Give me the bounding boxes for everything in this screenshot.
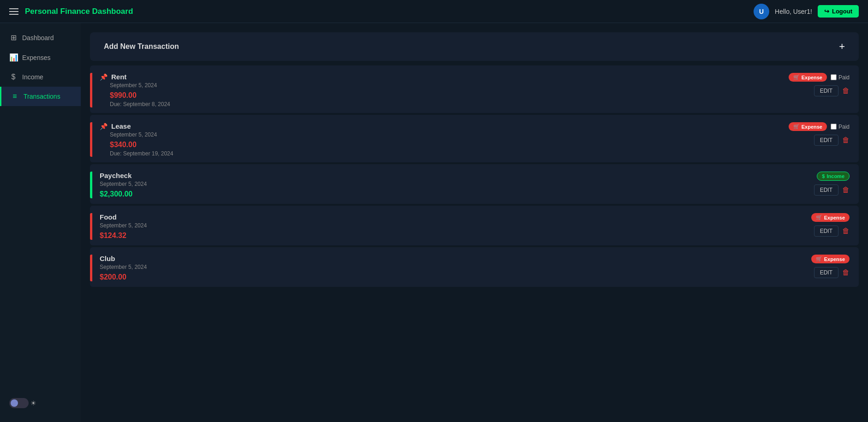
avatar: U xyxy=(754,4,769,19)
transaction-due: Due: September 19, 2024 xyxy=(110,150,789,157)
badge-row: 🛒 Expense xyxy=(811,255,850,263)
delete-button[interactable]: 🗑 xyxy=(842,186,850,194)
logout-label: Logout xyxy=(832,8,852,15)
action-row: EDIT 🗑 xyxy=(814,267,850,278)
pin-icon: 📌 xyxy=(100,73,108,81)
sidebar-item-label: Income xyxy=(22,73,43,81)
cart-icon: 🛒 xyxy=(793,74,800,80)
edit-button[interactable]: EDIT xyxy=(814,135,838,146)
income-icon: $ xyxy=(9,73,18,81)
sidebar-item-expenses[interactable]: 📊 Expenses xyxy=(0,48,81,67)
hamburger-button[interactable] xyxy=(9,8,18,15)
transaction-info: 📌 Rent September 5, 2024 $990.00 Due: Se… xyxy=(100,73,789,107)
paid-label: Paid xyxy=(831,74,850,81)
sidebar-nav: ⊞ Dashboard 📊 Expenses $ Income ≡ Transa… xyxy=(0,28,81,106)
add-transaction-title: Add New Transaction xyxy=(104,42,179,51)
action-row: EDIT 🗑 xyxy=(814,85,850,96)
edit-button[interactable]: EDIT xyxy=(814,184,838,196)
expenses-icon: 📊 xyxy=(9,53,18,62)
table-row: Club September 5, 2024 $200.00 🛒 Expense… xyxy=(90,247,859,287)
sidebar-item-label: Dashboard xyxy=(22,34,54,42)
expense-badge: 🛒 Expense xyxy=(789,122,827,131)
transactions-list: 📌 Rent September 5, 2024 $990.00 Due: Se… xyxy=(81,65,868,296)
header-right: U Hello, User1! ↪ Logout xyxy=(754,4,859,19)
transaction-date: September 5, 2024 xyxy=(100,181,814,187)
expense-border xyxy=(90,122,92,157)
transaction-name: Club xyxy=(100,255,115,262)
toggle-thumb xyxy=(11,399,18,407)
cart-icon: 🛒 xyxy=(816,256,822,262)
sidebar-item-label: Transactions xyxy=(24,93,60,100)
theme-toggle[interactable]: ☀ xyxy=(9,398,72,408)
transactions-icon: ≡ xyxy=(11,92,19,101)
transaction-amount: $2,300.00 xyxy=(100,190,814,198)
expense-badge: 🛒 Expense xyxy=(811,255,850,263)
sidebar-item-income[interactable]: $ Income xyxy=(0,67,81,87)
table-row: 📌 Rent September 5, 2024 $990.00 Due: Se… xyxy=(90,65,859,113)
transaction-right: 🛒 Expense EDIT 🗑 xyxy=(811,255,850,278)
expense-border xyxy=(90,255,92,281)
layout: ⊞ Dashboard 📊 Expenses $ Income ≡ Transa… xyxy=(0,23,868,422)
transaction-info: Food September 5, 2024 $124.32 xyxy=(100,213,811,240)
transaction-right: $ Income EDIT 🗑 xyxy=(814,172,850,196)
delete-button[interactable]: 🗑 xyxy=(842,227,850,235)
table-row: Food September 5, 2024 $124.32 🛒 Expense… xyxy=(90,206,859,245)
name-row: 📌 Rent xyxy=(100,73,789,81)
expense-badge: 🛒 Expense xyxy=(789,73,827,82)
transaction-amount: $990.00 xyxy=(110,91,789,100)
transaction-right: 🛒 Expense Paid EDIT 🗑 xyxy=(789,73,850,96)
delete-button[interactable]: 🗑 xyxy=(842,268,850,277)
transaction-info: 📌 Lease September 5, 2024 $340.00 Due: S… xyxy=(100,122,789,157)
table-row: Paycheck September 5, 2024 $2,300.00 $ I… xyxy=(90,164,859,204)
action-row: EDIT 🗑 xyxy=(814,226,850,237)
delete-button[interactable]: 🗑 xyxy=(842,136,850,144)
transaction-date: September 5, 2024 xyxy=(110,131,789,138)
transaction-amount: $124.32 xyxy=(100,232,811,240)
user-greeting: Hello, User1! xyxy=(775,8,812,15)
transaction-due: Due: September 8, 2024 xyxy=(110,101,789,107)
income-badge: $ Income xyxy=(817,172,850,181)
name-row: 📌 Lease xyxy=(100,122,789,130)
expense-border xyxy=(90,213,92,240)
transaction-date: September 5, 2024 xyxy=(100,222,811,229)
income-border xyxy=(90,172,92,198)
transaction-info: Paycheck September 5, 2024 $2,300.00 xyxy=(100,172,814,198)
sun-icon: ☀ xyxy=(30,399,36,407)
add-transaction-button[interactable]: + xyxy=(839,42,845,52)
paid-checkbox[interactable] xyxy=(831,74,837,80)
transaction-right: 🛒 Expense Paid EDIT 🗑 xyxy=(789,122,850,146)
app-title: Personal Finance Dashboard xyxy=(25,7,133,16)
badge-row: 🛒 Expense Paid xyxy=(789,122,850,131)
transaction-amount: $200.00 xyxy=(100,273,811,281)
transaction-name: Food xyxy=(100,213,117,221)
action-row: EDIT 🗑 xyxy=(814,135,850,146)
transaction-name: Lease xyxy=(111,122,131,130)
action-row: EDIT 🗑 xyxy=(814,184,850,196)
paid-checkbox[interactable] xyxy=(831,124,837,130)
expense-border xyxy=(90,73,92,107)
cart-icon: 🛒 xyxy=(793,124,800,130)
edit-button[interactable]: EDIT xyxy=(814,267,838,278)
logout-button[interactable]: ↪ Logout xyxy=(818,5,859,18)
transaction-name: Paycheck xyxy=(100,172,132,179)
cart-icon: 🛒 xyxy=(816,214,822,220)
pin-icon: 📌 xyxy=(100,123,108,130)
transaction-info: Club September 5, 2024 $200.00 xyxy=(100,255,811,281)
edit-button[interactable]: EDIT xyxy=(814,85,838,96)
edit-button[interactable]: EDIT xyxy=(814,226,838,237)
toggle-track[interactable] xyxy=(9,398,29,408)
transaction-right: 🛒 Expense EDIT 🗑 xyxy=(811,213,850,237)
transaction-name: Rent xyxy=(111,73,126,81)
badge-row: 🛒 Expense Paid xyxy=(789,73,850,82)
name-row: Food xyxy=(100,213,811,221)
logout-icon: ↪ xyxy=(824,8,829,15)
header-left: Personal Finance Dashboard xyxy=(9,7,133,16)
transaction-date: September 5, 2024 xyxy=(110,82,789,89)
sidebar-item-transactions[interactable]: ≡ Transactions xyxy=(0,87,81,106)
dollar-icon: $ xyxy=(822,173,825,179)
sidebar-item-dashboard[interactable]: ⊞ Dashboard xyxy=(0,28,81,48)
table-row: 📌 Lease September 5, 2024 $340.00 Due: S… xyxy=(90,115,859,162)
paid-label: Paid xyxy=(831,124,850,130)
delete-button[interactable]: 🗑 xyxy=(842,87,850,95)
transaction-date: September 5, 2024 xyxy=(100,264,811,270)
